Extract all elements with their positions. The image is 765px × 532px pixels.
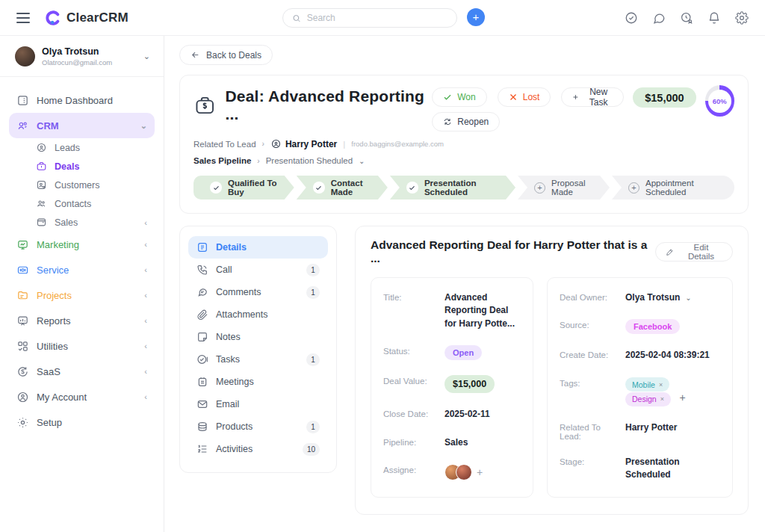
tab-count-badge: 1 xyxy=(306,286,320,299)
tab-comments[interactable]: Comments 1 xyxy=(188,281,328,303)
tab-details[interactable]: Details xyxy=(188,236,328,259)
stage-appointment-scheduled[interactable]: + Appointment Scheduled xyxy=(612,176,734,200)
time-tracking-icon[interactable] xyxy=(680,11,693,25)
sidebar: Olya Trotsun Olatrocun@gmail.com ⌄ Home … xyxy=(0,36,164,532)
stage-plus-icon: + xyxy=(628,182,639,194)
related-lead-value[interactable]: Harry Potter xyxy=(625,421,677,434)
back-to-deals-button[interactable]: Back to Deals xyxy=(179,45,273,65)
tab-notes[interactable]: Notes xyxy=(188,326,328,348)
tab-products[interactable]: Products 1 xyxy=(188,415,328,438)
sidebar-item-projects[interactable]: Projects ‹ xyxy=(9,282,155,308)
sales-icon xyxy=(36,217,47,228)
sidebar-item-label: Customers xyxy=(55,180,99,191)
hamburger-menu-icon[interactable] xyxy=(16,13,30,23)
chevron-down-icon: ⌄ xyxy=(359,157,365,165)
edit-details-button[interactable]: Edit Details xyxy=(655,242,733,262)
sidebar-item-label: Utilities xyxy=(37,341,68,352)
tag-label: Design xyxy=(632,395,657,403)
sidebar-item-service[interactable]: Service ‹ xyxy=(9,257,155,282)
chevron-left-icon: ‹ xyxy=(144,291,147,300)
tab-email[interactable]: Email xyxy=(188,393,328,415)
remove-tag-icon[interactable]: × xyxy=(660,395,664,403)
field-assigne: Assigne: + xyxy=(383,464,521,480)
search-bar[interactable] xyxy=(282,8,457,28)
field-value: Presentation Scheduled xyxy=(625,456,720,482)
tab-tasks[interactable]: Tasks 1 xyxy=(188,348,328,371)
main-content: Back to Deals Deal: Advanced Reporting .… xyxy=(164,36,765,532)
chevron-left-icon: ‹ xyxy=(144,316,147,325)
sidebar-item-marketing[interactable]: Marketing ‹ xyxy=(9,232,155,257)
won-button[interactable]: Won xyxy=(432,87,486,107)
tab-activities[interactable]: Activities 10 xyxy=(188,438,328,460)
settings-gear-icon[interactable] xyxy=(735,11,749,25)
user-profile[interactable]: Olya Trotsun Olatrocun@gmail.com ⌄ xyxy=(0,36,164,77)
lead-chip[interactable]: Harry Potter xyxy=(270,138,337,149)
sidebar-item-contacts[interactable]: Contacts xyxy=(28,194,155,213)
notifications-bell-icon[interactable] xyxy=(707,11,721,25)
meetings-icon xyxy=(196,376,208,388)
tag-mobile[interactable]: Mobile × xyxy=(625,377,669,392)
stage-check-icon xyxy=(313,182,325,194)
lost-button[interactable]: Lost xyxy=(498,87,551,107)
field-label: Deal Owner: xyxy=(560,291,625,302)
tasks-icon xyxy=(196,353,208,365)
field-value: Sales xyxy=(445,436,468,449)
tab-attachments[interactable]: Attachments xyxy=(188,303,328,326)
deal-tabs-card: Details Call 1 Comments 1 Attachments xyxy=(179,226,337,473)
tab-call[interactable]: Call 1 xyxy=(188,259,328,281)
chevron-left-icon: ‹ xyxy=(144,265,147,274)
crm-submenu: Leads Deals Customers Contacts Sales xyxy=(9,138,155,232)
pipeline-stage-select[interactable]: Presentation Sheduled xyxy=(266,156,353,165)
deal-owner-value[interactable]: Olya Trotsun xyxy=(625,291,680,304)
quick-add-button[interactable]: + xyxy=(467,8,485,26)
header-icons xyxy=(625,11,749,25)
details-right-card: Deal Owner: Olya Trotsun ⌄ Source: Faceb… xyxy=(547,277,733,498)
sidebar-item-my-account[interactable]: My Account ‹ xyxy=(9,384,155,409)
stage-qualified-to-buy[interactable]: Qualified To Buy xyxy=(193,176,294,200)
setup-gear-icon xyxy=(16,416,29,429)
details-left-card: Title: Advanced Reporting Deal for Harry… xyxy=(371,277,533,498)
sidebar-item-home-dashboard[interactable]: Home Dashboard xyxy=(9,87,155,113)
saas-icon xyxy=(16,365,29,378)
stage-presentation-scheduled[interactable]: Presentation Scheduled xyxy=(390,176,515,200)
sidebar-item-label: Leads xyxy=(55,143,80,153)
reopen-button[interactable]: Reopen xyxy=(432,112,500,132)
sidebar-item-saas[interactable]: SaaS ‹ xyxy=(9,359,155,384)
account-icon xyxy=(16,391,29,403)
tasks-check-icon[interactable] xyxy=(625,11,638,25)
remove-tag-icon[interactable]: × xyxy=(659,381,663,389)
sidebar-item-setup[interactable]: Setup xyxy=(9,409,155,435)
deal-actions: Won Lost New Task xyxy=(432,87,734,132)
sidebar-item-crm[interactable]: CRM ⌄ xyxy=(9,113,155,138)
sidebar-item-label: Reports xyxy=(37,315,71,327)
tag-design[interactable]: Design × xyxy=(625,392,671,406)
tab-meetings[interactable]: Meetings xyxy=(188,371,328,393)
sidebar-item-label: Contacts xyxy=(55,199,91,209)
assignee-avatar[interactable] xyxy=(456,464,472,480)
check-icon xyxy=(213,185,220,191)
notes-icon xyxy=(196,331,208,343)
add-tag-button[interactable]: + xyxy=(679,392,685,403)
tab-label: Activities xyxy=(216,444,253,454)
sidebar-item-leads[interactable]: Leads xyxy=(28,138,155,157)
sidebar-item-customers[interactable]: Customers xyxy=(28,176,155,194)
chevron-right-icon: › xyxy=(257,157,259,165)
sidebar-item-utilities[interactable]: Utilities ‹ xyxy=(9,333,155,359)
search-input[interactable] xyxy=(307,13,447,23)
sidebar-item-sales[interactable]: Sales ‹ xyxy=(28,213,155,232)
add-assignee-button[interactable]: + xyxy=(477,466,483,478)
sidebar-item-deals[interactable]: Deals xyxy=(28,157,155,176)
stage-contact-made[interactable]: Contact Made xyxy=(297,176,388,200)
new-task-button[interactable]: New Task xyxy=(561,87,624,107)
stage-proposal-made[interactable]: + Proposal Made xyxy=(518,176,610,200)
sidebar-item-reports[interactable]: Reports ‹ xyxy=(9,308,155,333)
deal-progress-value: 60% xyxy=(708,90,731,113)
messages-icon[interactable] xyxy=(652,11,666,25)
tab-label: Meetings xyxy=(216,377,254,387)
sidebar-item-label: Deals xyxy=(55,161,79,172)
refresh-icon xyxy=(443,117,452,126)
service-icon xyxy=(16,264,29,276)
tab-label: Attachments xyxy=(216,309,267,320)
user-email: Olatrocun@gmail.com xyxy=(42,58,112,66)
sidebar-nav: Home Dashboard CRM ⌄ Leads Deals Custom xyxy=(0,77,164,445)
